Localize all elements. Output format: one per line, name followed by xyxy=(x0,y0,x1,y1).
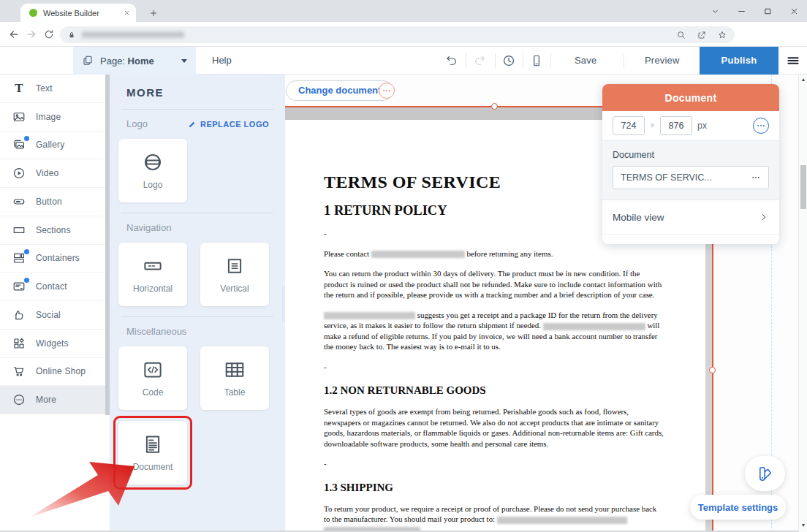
save-button[interactable]: Save xyxy=(575,47,596,75)
video-icon xyxy=(11,165,27,181)
selection-resize-handle-top[interactable] xyxy=(491,103,498,110)
scrollbar-thumb[interactable] xyxy=(800,165,806,209)
template-settings-button[interactable]: Template settings xyxy=(690,495,786,520)
sidebar-item-image[interactable]: Image xyxy=(0,103,106,132)
document-select[interactable]: TERMS OF SERVIC... xyxy=(613,166,769,189)
pencil-icon xyxy=(188,120,197,129)
page-selector-label: Page: Home xyxy=(100,56,154,66)
section-header-navigation: Navigation xyxy=(126,222,269,233)
document-dash-line: - xyxy=(324,458,664,469)
tile-grid-navigation: HorizontalVertical xyxy=(118,243,281,306)
shop-icon xyxy=(11,363,27,379)
section-label: Miscellaneous xyxy=(126,326,186,337)
redacted-text xyxy=(543,323,645,330)
more-icon xyxy=(11,392,27,408)
history-button[interactable] xyxy=(500,53,518,69)
settings-panel-footer xyxy=(602,234,779,244)
maximize-icon[interactable] xyxy=(754,0,781,22)
tile-document[interactable]: Document xyxy=(118,421,187,484)
sidebar-item-online-shop[interactable]: Online Shop xyxy=(0,358,106,387)
publish-button[interactable]: Publish xyxy=(700,47,778,75)
document-select-value: TERMS OF SERVIC... xyxy=(621,172,712,183)
close-icon[interactable] xyxy=(781,0,807,22)
document-paragraph: Please contact before returning any item… xyxy=(324,248,664,259)
forward-icon[interactable] xyxy=(23,26,39,42)
sidebar-item-label: Widgets xyxy=(36,338,69,349)
menu-icon[interactable] xyxy=(784,53,803,69)
back-icon[interactable] xyxy=(6,26,22,42)
sidebar-item-more[interactable]: More xyxy=(0,386,106,414)
document-paragraph: Several types of goods are exempt from b… xyxy=(324,406,664,449)
replace-logo-button[interactable]: REPLACE LOGO xyxy=(188,120,269,129)
url-redacted xyxy=(82,31,184,38)
tile-table[interactable]: Table xyxy=(200,346,269,410)
size-row: × px xyxy=(602,111,779,140)
sidebar-item-containers[interactable]: Containers xyxy=(0,245,106,273)
sidebar-item-contact[interactable]: Contact xyxy=(0,273,106,301)
undo-button[interactable] xyxy=(443,53,461,69)
mobile-view-row[interactable]: Mobile view xyxy=(602,200,779,234)
sidebar-item-label: More xyxy=(36,395,56,405)
sidebar-item-label: Sections xyxy=(36,225,71,235)
height-input[interactable] xyxy=(660,116,692,135)
sidebar-item-text[interactable]: TText xyxy=(0,75,106,103)
minimize-icon[interactable] xyxy=(728,0,754,22)
text-icon: T xyxy=(11,80,27,96)
scrollbar-up-arrow[interactable]: ▲ xyxy=(799,77,807,82)
tile-code[interactable]: Code xyxy=(118,346,187,410)
widget-options-button[interactable] xyxy=(379,83,395,99)
tab-close-icon[interactable] xyxy=(124,10,130,16)
toolbar-divider xyxy=(523,53,523,68)
share-icon[interactable] xyxy=(697,30,707,40)
bookmark-star-icon[interactable] xyxy=(717,30,727,40)
chevron-down-icon[interactable] xyxy=(702,0,728,22)
mobile-preview-button[interactable] xyxy=(528,53,545,69)
tile-label: Document xyxy=(133,462,173,472)
page-icon xyxy=(82,55,94,66)
button-icon xyxy=(11,194,27,210)
address-bar[interactable] xyxy=(60,26,735,43)
tile-label: Logo xyxy=(143,180,163,190)
site-favicon xyxy=(29,9,37,17)
help-button[interactable]: Help xyxy=(212,47,232,75)
reload-icon[interactable] xyxy=(41,26,57,42)
size-options-button[interactable] xyxy=(753,118,769,134)
sidebar-item-label: Button xyxy=(36,197,62,207)
panel-divider xyxy=(121,213,273,213)
logo-icon xyxy=(142,151,164,173)
sidebar-item-widgets[interactable]: Widgets xyxy=(0,330,106,358)
tile-logo[interactable]: Logo xyxy=(118,139,187,202)
design-palette-button[interactable] xyxy=(745,456,785,491)
document-select-label: Document xyxy=(613,150,769,160)
sidebar-item-sections[interactable]: Sections xyxy=(0,216,106,245)
selection-resize-handle-right[interactable] xyxy=(709,367,716,373)
containers-icon xyxy=(11,250,27,266)
page-selector[interactable]: Page: Home xyxy=(73,47,196,75)
toolbar-divider xyxy=(495,53,496,68)
section-label: Navigation xyxy=(126,222,171,233)
change-document-button[interactable]: Change document xyxy=(286,80,393,101)
sidebar-item-button[interactable]: Button xyxy=(0,188,106,216)
redacted-text xyxy=(371,251,465,258)
section-header-logo: LogoREPLACE LOGO xyxy=(126,118,269,129)
sidebar-item-gallery[interactable]: Gallery xyxy=(0,132,106,160)
redacted-text xyxy=(324,312,415,319)
sidebar-item-video[interactable]: Video xyxy=(0,159,106,188)
redo-button[interactable] xyxy=(471,53,488,69)
settings-panel-title[interactable]: Document xyxy=(602,84,779,111)
width-input[interactable] xyxy=(613,116,645,135)
widgets-icon xyxy=(11,335,27,352)
zoom-icon[interactable] xyxy=(676,30,686,40)
scrollbar-down-arrow[interactable]: ▼ xyxy=(799,522,807,528)
tile-grid-logo: Logo xyxy=(118,139,281,202)
tile-horizontal[interactable]: Horizontal xyxy=(118,243,187,306)
preview-button[interactable]: Preview xyxy=(645,47,680,75)
window-scrollbar[interactable]: ▲ ▼ xyxy=(798,75,807,532)
chevron-right-icon xyxy=(759,212,769,222)
tile-vertical[interactable]: Vertical xyxy=(200,243,269,306)
sidebar-item-social[interactable]: Social xyxy=(0,301,106,330)
new-tab-button[interactable] xyxy=(146,6,161,20)
browser-tab[interactable]: Website Builder xyxy=(20,4,136,22)
toolbar-divider xyxy=(624,53,624,68)
document-paragraph: You can return the product within 30 day… xyxy=(324,268,664,300)
